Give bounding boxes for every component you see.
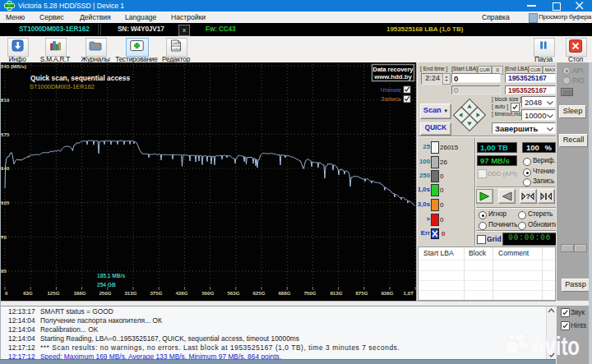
svg-text:Чтение: Чтение — [381, 86, 401, 94]
svg-text:ST1000DM003-1ER162: ST1000DM003-1ER162 — [30, 83, 95, 90]
svg-text:938G: 938G — [381, 290, 393, 296]
svg-text:500G: 500G — [201, 290, 214, 296]
svg-text:35: 35 — [1, 268, 7, 274]
svg-text:www.hdd.by: www.hdd.by — [373, 73, 412, 81]
svg-text:688G: 688G — [278, 290, 290, 296]
svg-text:Quick scan, sequential access: Quick scan, sequential access — [30, 74, 130, 82]
svg-text:438G: 438G — [175, 290, 187, 296]
svg-text:Запись: Запись — [381, 95, 401, 103]
svg-text:375G: 375G — [150, 290, 162, 296]
svg-text:750G: 750G — [303, 290, 316, 296]
svg-text:188G: 188G — [73, 290, 86, 296]
svg-text:11010: 11010 — [172, 48, 181, 51]
svg-text:245 (MB/s): 245 (MB/s) — [1, 63, 26, 69]
svg-text:254 GB: 254 GB — [97, 282, 116, 288]
svg-text:0: 0 — [5, 290, 8, 296]
svg-text:63G: 63G — [23, 290, 33, 296]
svg-text:185.1 MB/s: 185.1 MB/s — [97, 273, 125, 279]
svg-text:70: 70 — [1, 234, 7, 240]
svg-text:875G: 875G — [355, 290, 368, 296]
svg-text:Data recovery: Data recovery — [373, 66, 414, 73]
svg-text:313G: 313G — [124, 290, 136, 296]
svg-text:125G: 125G — [47, 290, 59, 296]
svg-text:1,0T: 1,0T — [404, 290, 414, 296]
svg-text:105: 105 — [1, 200, 10, 205]
svg-text:?: ? — [526, 192, 531, 200]
svg-text:210: 210 — [1, 97, 10, 103]
svg-text:175: 175 — [1, 131, 10, 137]
svg-text:813G: 813G — [330, 290, 342, 296]
svg-text:625G: 625G — [252, 290, 265, 296]
svg-text:250G: 250G — [99, 290, 111, 296]
svg-text:563G: 563G — [227, 290, 239, 296]
